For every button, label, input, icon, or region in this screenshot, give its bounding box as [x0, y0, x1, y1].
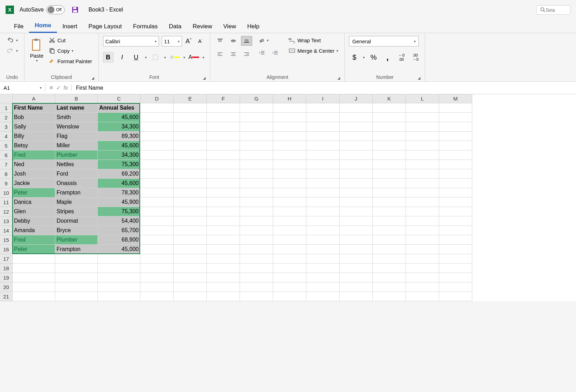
- cell-J17[interactable]: [340, 254, 373, 264]
- cell-I5[interactable]: [306, 141, 340, 150]
- cell-H12[interactable]: [273, 207, 306, 216]
- cell-B3[interactable]: Wenslow: [55, 122, 98, 132]
- cell-C15[interactable]: 68,900: [98, 235, 140, 245]
- percent-format-button[interactable]: %: [368, 52, 379, 62]
- cell-C18[interactable]: [98, 264, 140, 273]
- chevron-down-icon[interactable]: ▾: [164, 56, 166, 59]
- cell-I2[interactable]: [306, 113, 340, 122]
- cell-F17[interactable]: [207, 254, 240, 264]
- cell-L17[interactable]: [406, 254, 439, 264]
- cell-M12[interactable]: [439, 207, 472, 216]
- cell-K6[interactable]: [373, 150, 406, 160]
- comma-format-button[interactable]: ,: [382, 52, 393, 62]
- col-header-A[interactable]: A: [13, 94, 55, 103]
- cell-K4[interactable]: [373, 132, 406, 141]
- col-header-L[interactable]: L: [406, 94, 439, 103]
- cell-M21[interactable]: [439, 292, 472, 301]
- row-header-15[interactable]: 15: [0, 235, 13, 245]
- cell-M5[interactable]: [439, 141, 472, 150]
- increase-decimal-button[interactable]: ←0.00: [396, 52, 407, 62]
- copy-button[interactable]: Copy ▾: [47, 46, 94, 55]
- col-header-J[interactable]: J: [340, 94, 373, 103]
- cell-M13[interactable]: [439, 216, 472, 226]
- cell-G10[interactable]: [240, 188, 273, 198]
- cell-A5[interactable]: Betsy: [13, 141, 55, 150]
- cell-G19[interactable]: [240, 273, 273, 282]
- cell-B19[interactable]: [55, 273, 98, 282]
- cell-J3[interactable]: [340, 122, 373, 132]
- cell-J6[interactable]: [340, 150, 373, 160]
- cell-D14[interactable]: [140, 226, 174, 235]
- cell-A1[interactable]: First Name: [13, 103, 55, 113]
- cell-G11[interactable]: [240, 198, 273, 207]
- cell-M11[interactable]: [439, 198, 472, 207]
- cell-B9[interactable]: Onassis: [55, 179, 98, 188]
- cell-K15[interactable]: [373, 235, 406, 245]
- cell-G18[interactable]: [240, 264, 273, 273]
- cell-B13[interactable]: Doormat: [55, 216, 98, 226]
- col-header-D[interactable]: D: [140, 94, 174, 103]
- cell-E18[interactable]: [174, 264, 207, 273]
- cell-F14[interactable]: [207, 226, 240, 235]
- row-header-19[interactable]: 19: [0, 273, 13, 282]
- align-bottom-button[interactable]: [241, 36, 252, 46]
- cell-M10[interactable]: [439, 188, 472, 198]
- cell-E9[interactable]: [174, 179, 207, 188]
- cell-H13[interactable]: [273, 216, 306, 226]
- row-header-21[interactable]: 21: [0, 292, 13, 301]
- cell-H20[interactable]: [273, 282, 306, 292]
- cell-A13[interactable]: Debby: [13, 216, 55, 226]
- cell-G16[interactable]: [240, 245, 273, 254]
- cell-C8[interactable]: 69,200: [98, 169, 140, 179]
- col-header-H[interactable]: H: [273, 94, 306, 103]
- cell-F19[interactable]: [207, 273, 240, 282]
- cell-F9[interactable]: [207, 179, 240, 188]
- cell-I15[interactable]: [306, 235, 340, 245]
- font-size-select[interactable]: 11▾: [162, 36, 182, 46]
- cell-I16[interactable]: [306, 245, 340, 254]
- cell-J20[interactable]: [340, 282, 373, 292]
- tab-review[interactable]: Review: [187, 20, 218, 33]
- cell-E2[interactable]: [174, 113, 207, 122]
- chevron-down-icon[interactable]: ▾: [363, 56, 365, 59]
- cell-M20[interactable]: [439, 282, 472, 292]
- cell-L19[interactable]: [406, 273, 439, 282]
- number-dialog-launcher[interactable]: ◢: [418, 76, 421, 80]
- cell-E15[interactable]: [174, 235, 207, 245]
- cell-E13[interactable]: [174, 216, 207, 226]
- cell-L13[interactable]: [406, 216, 439, 226]
- cell-G6[interactable]: [240, 150, 273, 160]
- cell-K11[interactable]: [373, 198, 406, 207]
- cell-K21[interactable]: [373, 292, 406, 301]
- cell-H1[interactable]: [273, 103, 306, 113]
- cell-H15[interactable]: [273, 235, 306, 245]
- cell-H16[interactable]: [273, 245, 306, 254]
- cell-K10[interactable]: [373, 188, 406, 198]
- cell-F5[interactable]: [207, 141, 240, 150]
- col-header-F[interactable]: F: [207, 94, 240, 103]
- cell-D2[interactable]: [140, 113, 174, 122]
- cell-I7[interactable]: [306, 160, 340, 169]
- cell-B4[interactable]: Flag: [55, 132, 98, 141]
- cell-E19[interactable]: [174, 273, 207, 282]
- cell-C21[interactable]: [98, 292, 140, 301]
- cell-F4[interactable]: [207, 132, 240, 141]
- cell-J14[interactable]: [340, 226, 373, 235]
- cell-I1[interactable]: [306, 103, 340, 113]
- cell-I11[interactable]: [306, 198, 340, 207]
- cut-button[interactable]: Cut: [47, 36, 94, 44]
- cell-C13[interactable]: 54,400: [98, 216, 140, 226]
- cell-A6[interactable]: Fred: [13, 150, 55, 160]
- row-header-10[interactable]: 10: [0, 188, 13, 198]
- cell-E17[interactable]: [174, 254, 207, 264]
- cell-D9[interactable]: [140, 179, 174, 188]
- cell-L21[interactable]: [406, 292, 439, 301]
- cell-G21[interactable]: [240, 292, 273, 301]
- col-header-E[interactable]: E: [174, 94, 207, 103]
- cell-M2[interactable]: [439, 113, 472, 122]
- cell-M6[interactable]: [439, 150, 472, 160]
- cell-G4[interactable]: [240, 132, 273, 141]
- chevron-down-icon[interactable]: ▾: [183, 56, 185, 59]
- cell-H19[interactable]: [273, 273, 306, 282]
- cell-F10[interactable]: [207, 188, 240, 198]
